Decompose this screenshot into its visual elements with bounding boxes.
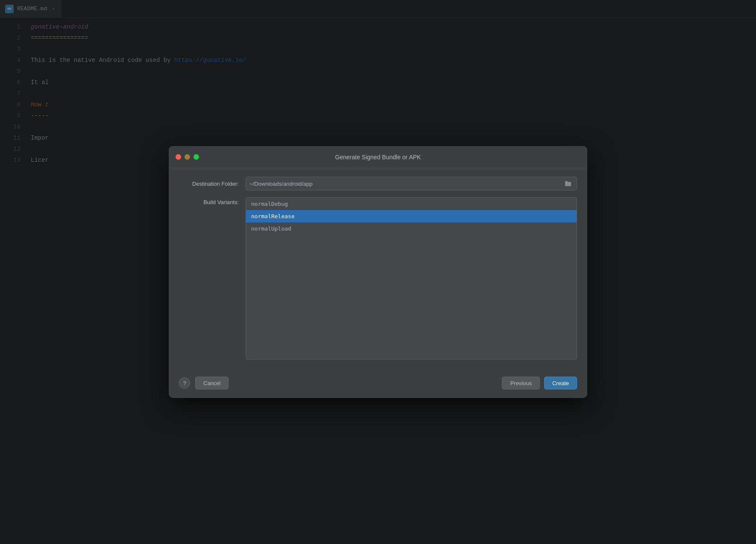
destination-folder-input[interactable] (249, 181, 563, 187)
help-button[interactable]: ? (179, 377, 190, 389)
folder-browse-button[interactable] (563, 178, 573, 189)
dialog-footer: ? Cancel Previous Create (169, 370, 587, 398)
footer-left: ? Cancel (179, 377, 229, 389)
build-variants-label: Build Variants: (179, 197, 239, 360)
destination-folder-label: Destination Folder: (179, 181, 239, 187)
dialog-title: Generate Signed Bundle or APK (335, 154, 421, 161)
previous-button[interactable]: Previous (502, 377, 540, 389)
generate-signed-dialog: Generate Signed Bundle or APK Destinatio… (169, 146, 587, 398)
destination-folder-input-wrapper[interactable] (246, 177, 577, 190)
build-item-normalDebug[interactable]: normalDebug (246, 198, 577, 210)
maximize-window-button[interactable] (193, 154, 199, 160)
traffic-lights (176, 154, 199, 160)
create-button[interactable]: Create (544, 377, 577, 389)
destination-folder-row: Destination Folder: (179, 177, 577, 190)
dialog-titlebar: Generate Signed Bundle or APK (169, 146, 587, 168)
build-variants-row: Build Variants: normalDebug normalReleas… (179, 197, 577, 360)
build-item-normalRelease[interactable]: normalRelease (246, 210, 577, 222)
dialog-body: Destination Folder: Build Variants: norm… (169, 168, 587, 370)
build-item-normalUpload[interactable]: normalUpload (246, 222, 577, 235)
minimize-window-button[interactable] (185, 154, 190, 160)
build-variants-list[interactable]: normalDebug normalRelease normalUpload (246, 197, 577, 360)
footer-right: Previous Create (502, 377, 577, 389)
cancel-button[interactable]: Cancel (195, 377, 229, 389)
close-window-button[interactable] (176, 154, 181, 160)
